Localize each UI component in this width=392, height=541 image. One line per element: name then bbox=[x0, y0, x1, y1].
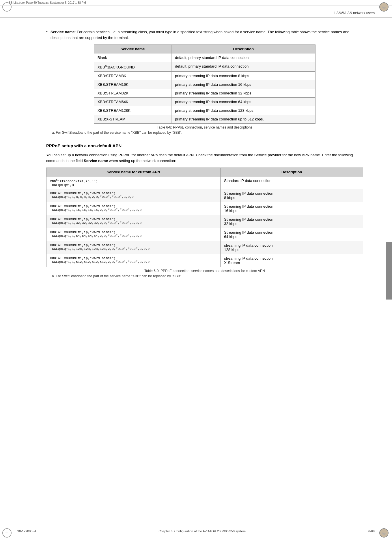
table2-row: XBB:AT+CGDCONT=1,ip,"<APN name>"; +CGEQR… bbox=[46, 254, 363, 267]
table2-cell-service: XBB:AT+CGDCONT=1,ip,"<APN name>"; +CGEQR… bbox=[46, 189, 221, 202]
table2-header-service: Service name for custom APN bbox=[46, 168, 221, 176]
bullet-dot: • bbox=[46, 29, 48, 34]
table1-cell-description: primary streaming IP data connection 16 … bbox=[171, 80, 316, 89]
table2-cell-description: Standard IP data connection bbox=[221, 176, 363, 189]
page-container: ✛ ◎ ✛ ◎ SB-Lite.book Page 69 Tuesday, Se… bbox=[0, 0, 392, 541]
table2-cell-service: XBB:AT+CGDCONT=1,ip,"<APN name>"; +CGEQR… bbox=[46, 215, 221, 228]
table1-cell-service: XBB:X-STREAM bbox=[94, 115, 171, 124]
table1-cell-service: XBB:STREAM16K bbox=[94, 80, 171, 89]
table2-row: XBB:AT+CGDCONT=1,ip,"<APN name>"; +CGEQR… bbox=[46, 215, 363, 228]
table1-cell-service: XBB:STREAM8K bbox=[94, 72, 171, 80]
service-name-section: • Service name: For certain services, i.… bbox=[46, 29, 363, 135]
table2-row: XBBa:AT+CGDCONT=1,ip,"";+CGEQREQ=1,3Stan… bbox=[46, 176, 363, 189]
table2-caption: Table 6-9: PPPoE connection, service nam… bbox=[46, 269, 363, 273]
page-header: LAN/WLAN network users bbox=[0, 6, 392, 18]
compass-top-right: ◎ bbox=[379, 2, 390, 13]
table2-cell-service: XBBa:AT+CGDCONT=1,ip,"";+CGEQREQ=1,3 bbox=[46, 176, 221, 189]
table1-cell-description: primary streaming IP data connection 8 k… bbox=[171, 72, 316, 80]
table2-header-description: Description bbox=[221, 168, 363, 176]
pppoe-section: PPPoE setup with a non-default APN You c… bbox=[46, 143, 363, 278]
table1-row: XBB:STREAM128Kprimary streaming IP data … bbox=[94, 106, 316, 115]
table2-row: XBB:AT+CGDCONT=1,ip,"<APN name>"; +CGEQR… bbox=[46, 202, 363, 215]
table2-cell-description: Streaming IP data connection 32 kbps bbox=[221, 215, 363, 228]
table1-row: Blankdefault, primary standard IP data c… bbox=[94, 53, 316, 62]
compass-top-left: ✛ bbox=[2, 2, 13, 13]
table1-note: a. For SwiftBroadband the part of the se… bbox=[46, 131, 363, 135]
table2-cell-service: XBB:AT+CGDCONT=1,ip,"<APN name>"; +CGEQR… bbox=[46, 241, 221, 254]
top-bar: SB-Lite.book Page 69 Tuesday, September … bbox=[0, 0, 392, 6]
table2-cell-service: XBB:AT+CGDCONT=1,ip,"<APN name>"; +CGEQR… bbox=[46, 254, 221, 267]
main-content: • Service name: For certain services, i.… bbox=[0, 18, 392, 294]
header-title: LAN/WLAN network users bbox=[335, 11, 375, 15]
table2-cell-description: Streaming IP data connection 64 kbps bbox=[221, 228, 363, 241]
table2-row: XBB:AT+CGDCONT=1,ip,"<APN name>"; +CGEQR… bbox=[46, 189, 363, 202]
footer-right: 6-69 bbox=[368, 529, 375, 533]
table1-cell-description: primary streaming IP data connection 32 … bbox=[171, 89, 316, 98]
top-bar-text: SB-Lite.book Page 69 Tuesday, September … bbox=[9, 1, 86, 4]
table1-caption: Table 6-8: PPPoE connection, service nam… bbox=[46, 125, 363, 129]
table1-row: XBB:STREAM8Kprimary streaming IP data co… bbox=[94, 72, 316, 80]
table2-cell-description: streaming IP data connection 128 kbps bbox=[221, 241, 363, 254]
table2-cell-service: XBB:AT+CGDCONT=1,ip,"<APN name>"; +CGEQR… bbox=[46, 202, 221, 215]
service-name-table: Service name Description Blankdefault, p… bbox=[94, 44, 316, 124]
table1-cell-description: primary streaming IP data connection 64 … bbox=[171, 98, 316, 106]
pppoe-bold: Service name bbox=[84, 159, 108, 163]
table1-cell-service: XBB:STREAM32K bbox=[94, 89, 171, 98]
table1-cell-description: default, primary standard IP data connec… bbox=[171, 62, 316, 72]
table1-header-description: Description bbox=[171, 45, 316, 53]
table1-row: XBBa:BACKGROUNDdefault, primary standard… bbox=[94, 62, 316, 72]
footer-left: 98-127093-H bbox=[17, 529, 36, 533]
table1-cell-description: primary streaming IP data connection 128… bbox=[171, 106, 316, 115]
table1-cell-description: primary streaming IP data connection up … bbox=[171, 115, 316, 124]
table1-cell-service: XBB:STREAM64K bbox=[94, 98, 171, 106]
table1-cell-service: XBB:STREAM128K bbox=[94, 106, 171, 115]
custom-apn-table: Service name for custom APN Description … bbox=[46, 168, 363, 267]
table2-cell-description: streaming IP data connection X-Stream bbox=[221, 254, 363, 267]
table2-cell-description: Streaming IP data connection 8 kbps bbox=[221, 189, 363, 202]
pppoe-intro: You can set up a network connection usin… bbox=[46, 152, 363, 163]
table2-row: XBB:AT+CGDCONT=1,ip,"<APN name>"; +CGEQR… bbox=[46, 228, 363, 241]
table1-cell-service: XBBa:BACKGROUND bbox=[94, 62, 171, 72]
table1-header-service: Service name bbox=[94, 45, 171, 53]
table1-row: XBB:X-STREAMprimary streaming IP data co… bbox=[94, 115, 316, 124]
table2-note: a. For SwiftBroadband the part of the se… bbox=[46, 274, 363, 278]
page-footer: 98-127093-H Chapter 6: Configuration of … bbox=[0, 527, 392, 535]
table1-cell-description: default, primary standard IP data connec… bbox=[171, 53, 316, 62]
table2-row: XBB:AT+CGDCONT=1,ip,"<APN name>"; +CGEQR… bbox=[46, 241, 363, 254]
table1-wrapper: Service name Description Blankdefault, p… bbox=[46, 44, 363, 135]
table1-row: XBB:STREAM64Kprimary streaming IP data c… bbox=[94, 98, 316, 106]
bullet-text: Service name: For certain services, i.e.… bbox=[51, 29, 363, 40]
table2-cell-description: Streaming IP data connection 16 kbps bbox=[221, 202, 363, 215]
bullet-intro-text: : For certain services, i.e. a streaming… bbox=[51, 30, 349, 40]
table1-row: XBB:STREAM32Kprimary streaming IP data c… bbox=[94, 89, 316, 98]
table1-cell-service: Blank bbox=[94, 53, 171, 62]
table2-wrapper: Service name for custom APN Description … bbox=[46, 168, 363, 278]
pppoe-heading: PPPoE setup with a non-default APN bbox=[46, 143, 363, 148]
table1-row: XBB:STREAM16Kprimary streaming IP data c… bbox=[94, 80, 316, 89]
service-name-bullet: • Service name: For certain services, i.… bbox=[46, 29, 363, 40]
pppoe-intro-end: when setting up the network connection: bbox=[108, 159, 176, 163]
footer-center: Chapter 6: Configuration of the AVIATOR … bbox=[158, 529, 245, 533]
service-name-label: Service name bbox=[51, 30, 75, 34]
table2-cell-service: XBB:AT+CGDCONT=1,ip,"<APN name>"; +CGEQR… bbox=[46, 228, 221, 241]
